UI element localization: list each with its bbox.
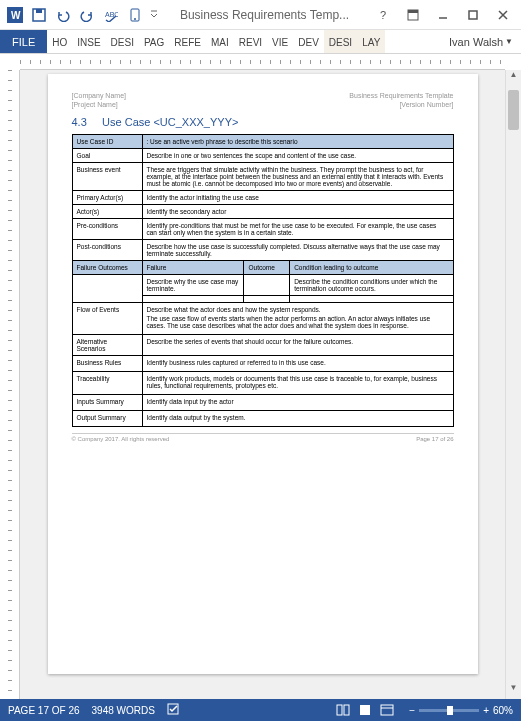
fail-cell: Describe why the use case may terminate. [142,275,244,296]
header-company: [Company Name] [72,92,126,99]
page-footer: © Company 2017. All rights reserved Page… [72,433,454,442]
page-header: [Company Name] Business Requirements Tem… [72,92,454,99]
vertical-scrollbar[interactable]: ▲ ▼ [505,70,521,699]
read-mode-icon[interactable] [333,702,353,718]
undo-icon[interactable] [52,4,74,26]
tab-insert[interactable]: INSE [72,30,105,53]
status-words[interactable]: 3948 WORDS [92,705,155,716]
tab-home[interactable]: HO [47,30,72,53]
table-row-value: Identify the actor initiating the use ca… [142,191,453,205]
fail-cell [244,296,290,303]
tab-mailings[interactable]: MAI [206,30,234,53]
window-controls: ? [369,4,517,26]
footer-page: Page 17 of 26 [416,436,453,442]
table-row-label: Pre-conditions [72,219,142,240]
fail-col-outcome: Outcome [244,261,290,275]
tab-design[interactable]: DESI [106,30,139,53]
fail-cell [244,275,290,296]
page-header-2: [Project Name] [Version Number] [72,101,454,108]
table-row-value: Identify work products, models or docume… [142,372,453,395]
proofing-icon[interactable] [167,702,181,718]
table-row-label: Inputs Summary [72,395,142,411]
touch-mode-icon[interactable] [124,4,146,26]
tab-page-layout[interactable]: PAG [139,30,169,53]
table-row-value: Describe in one or two sentences the sco… [142,149,453,163]
minimize-icon[interactable] [429,4,457,26]
save-icon[interactable] [28,4,50,26]
table-row-label: Business Rules [72,356,142,372]
zoom-level[interactable]: 60% [493,705,513,716]
svg-rect-10 [469,11,477,19]
table-row-label: Traceability [72,372,142,395]
table-row-label: Output Summary [72,411,142,427]
file-tab[interactable]: FILE [0,30,47,53]
table-row-label: Primary Actor(s) [72,191,142,205]
header-version: [Version Number] [399,101,453,108]
table-row-label: Flow of Events [72,303,142,335]
svg-text:ABC: ABC [105,11,118,18]
ribbon-tabs: FILE HO INSE DESI PAG REFE MAI REVI VIE … [0,30,521,54]
view-buttons [333,702,397,718]
section-text: Use Case <UC_XXX_YYY> [102,116,238,128]
footer-copyright: © Company 2017. All rights reserved [72,436,170,442]
table-row-value: Describe the series of events that shoul… [142,335,453,356]
fail-cell: Describe the condition conditions under … [290,275,453,296]
table-row-value: : Use an active verb phrase to describe … [142,135,453,149]
redo-icon[interactable] [76,4,98,26]
section-number: 4.3 [72,116,87,128]
table-row-value: These are triggers that simulate activit… [142,163,453,191]
tab-references[interactable]: REFE [169,30,206,53]
tab-view[interactable]: VIE [267,30,293,53]
horizontal-ruler[interactable] [20,54,505,70]
user-name: Ivan Walsh [449,36,503,48]
maximize-icon[interactable] [459,4,487,26]
fail-col-condition: Condition leading to outcome [290,261,453,275]
fail-cell [290,296,453,303]
header-project: [Project Name] [72,101,118,108]
spelling-icon[interactable]: ABC [100,4,122,26]
zoom-controls: − + 60% [409,705,513,716]
user-account[interactable]: Ivan Walsh ▼ [441,30,521,53]
fail-cell [142,296,244,303]
table-row-label: Post-conditions [72,240,142,261]
svg-rect-8 [408,10,418,13]
table-row-value: Identify business rules captured or refe… [142,356,453,372]
web-layout-icon[interactable] [377,702,397,718]
table-row-label [72,275,142,303]
zoom-slider[interactable] [419,709,479,712]
table-row-value: Identify pre-conditions that must be met… [142,219,453,240]
window-title: Business Requirements Temp... [160,8,369,22]
svg-text:W: W [11,10,21,21]
close-icon[interactable] [489,4,517,26]
qat-customize-icon[interactable] [148,4,160,26]
table-row-label: Actor(s) [72,205,142,219]
document-area[interactable]: [Company Name] Business Requirements Tem… [20,70,505,699]
header-template: Business Requirements Template [349,92,453,99]
table-row-value: Describe what the actor does and how the… [142,303,453,335]
tab-table-design[interactable]: DESI [324,30,357,53]
tab-developer[interactable]: DEV [293,30,324,53]
section-heading: 4.3 Use Case <UC_XXX_YYY> [72,116,454,128]
vertical-ruler[interactable] [0,70,20,699]
tab-review[interactable]: REVI [234,30,267,53]
scroll-thumb[interactable] [508,90,519,130]
statusbar: PAGE 17 OF 26 3948 WORDS − + 60% [0,699,521,721]
scroll-up-icon[interactable]: ▲ [506,70,521,86]
workspace: [Company Name] Business Requirements Tem… [0,54,521,699]
tab-table-layout[interactable]: LAY [357,30,385,53]
use-case-table: Use Case ID: Use an active verb phrase t… [72,134,454,427]
ribbon-display-icon[interactable] [399,4,427,26]
zoom-in-icon[interactable]: + [483,705,489,716]
word-icon[interactable]: W [4,4,26,26]
svg-point-6 [134,18,136,20]
svg-rect-12 [337,705,342,715]
zoom-out-icon[interactable]: − [409,705,415,716]
scroll-down-icon[interactable]: ▼ [506,683,521,699]
quick-access-toolbar: W ABC [4,4,160,26]
status-page[interactable]: PAGE 17 OF 26 [8,705,80,716]
table-row-value: Identify data output by the system. [142,411,453,427]
print-layout-icon[interactable] [355,702,375,718]
titlebar: W ABC Business Requirements Temp... ? [0,0,521,30]
fail-col-failure: Failure [142,261,244,275]
help-icon[interactable]: ? [369,4,397,26]
